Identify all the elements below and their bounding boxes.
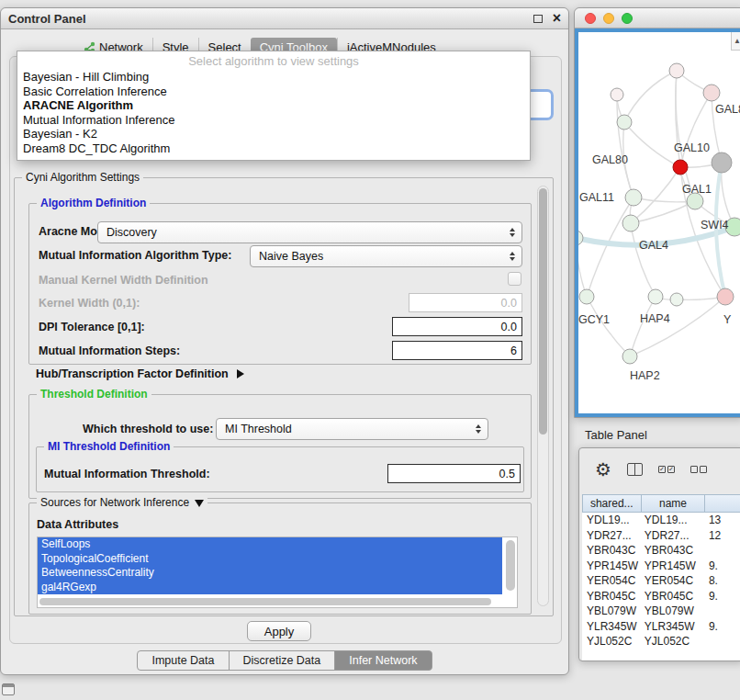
column-header-1[interactable]: shared... bbox=[582, 494, 642, 513]
network-node-gcy1[interactable] bbox=[579, 289, 594, 304]
tab-infer-network[interactable]: Infer Network bbox=[334, 650, 432, 671]
network-node-gal11[interactable] bbox=[625, 189, 642, 206]
network-edge[interactable] bbox=[631, 201, 695, 223]
network-node-hap4[interactable] bbox=[648, 289, 663, 304]
aracne-mode-value: Discovery bbox=[107, 226, 505, 239]
hub-definition-label: Hub/Transcription Factor Definition bbox=[36, 367, 229, 380]
sources-title[interactable]: Sources for Network Inference bbox=[37, 496, 207, 509]
expand-right-icon bbox=[237, 369, 244, 378]
table-cell: YJL052C bbox=[582, 635, 641, 648]
data-attributes-list[interactable]: SelfLoopsTopologicalCoefficientBetweenne… bbox=[37, 536, 518, 608]
which-threshold-select[interactable]: MI Threshold bbox=[216, 418, 488, 440]
table-cell: 9. bbox=[705, 620, 740, 633]
hub-definition-toggle[interactable]: Hub/Transcription Factor Definition bbox=[36, 367, 244, 380]
algorithm-option-dream8-dc-tdc-algorithm[interactable]: Dream8 DC_TDC Algorithm bbox=[17, 141, 530, 156]
algorithm-option-bayesian-hill-climbing[interactable]: Bayesian - Hill Climbing bbox=[17, 70, 530, 85]
network-node-label: GAL80 bbox=[592, 153, 628, 166]
close-window-button[interactable] bbox=[585, 13, 596, 24]
float-panel-icon[interactable] bbox=[533, 15, 543, 23]
table-row[interactable]: YBL079WYBL079W bbox=[582, 604, 740, 619]
apply-button[interactable]: Apply bbox=[247, 621, 311, 641]
aracne-mode-select[interactable]: Discovery bbox=[97, 221, 522, 243]
table-row[interactable]: YER054CYER054C8. bbox=[582, 573, 740, 589]
network-node-hap2[interactable] bbox=[622, 349, 637, 364]
network-canvas[interactable]: GAL8GAL80GAL10GAL11GAL1SWI4GAL4GCY1HAP4Y… bbox=[575, 28, 740, 417]
algorithm-option-bayesian-k2[interactable]: Bayesian - K2 bbox=[17, 127, 530, 141]
table-cell: 9. bbox=[705, 590, 740, 603]
mi-threshold-definition-group: MI Threshold Definition Mutual Informati… bbox=[36, 446, 524, 492]
algorithm-option-basic-correlation-inference[interactable]: Basic Correlation Inference bbox=[17, 85, 530, 99]
tab-impute-data[interactable]: Impute Data bbox=[137, 650, 229, 671]
attribute-item-gal4rgexp[interactable]: gal4RGexp bbox=[38, 581, 502, 595]
which-threshold-value: MI Threshold bbox=[225, 423, 471, 435]
network-node-label: HAP4 bbox=[640, 312, 670, 325]
table-cell: YDR27... bbox=[582, 529, 641, 542]
gear-icon[interactable]: ⚙ bbox=[595, 460, 611, 479]
manual-kernel-width-checkbox[interactable] bbox=[508, 272, 521, 286]
table-row[interactable]: YBR045CYBR045C9. bbox=[582, 589, 740, 604]
network-edge[interactable] bbox=[587, 297, 630, 356]
table-row[interactable]: YPR145WYPR145W9. bbox=[582, 559, 740, 574]
table-cell: YLR345W bbox=[641, 620, 705, 633]
network-node[interactable] bbox=[712, 152, 732, 173]
zoom-window-button[interactable] bbox=[622, 13, 633, 24]
network-node[interactable] bbox=[578, 231, 583, 245]
network-node-label: HAP2 bbox=[630, 369, 660, 382]
network-node-gal8[interactable] bbox=[703, 85, 720, 101]
algorithm-option-aracne-algorithm[interactable]: ARACNE Algorithm bbox=[17, 98, 530, 113]
deselect-all-checkboxes-icon[interactable] bbox=[690, 466, 707, 473]
column-header-2[interactable]: name bbox=[641, 494, 706, 513]
close-panel-icon[interactable]: × bbox=[553, 12, 561, 25]
network-node[interactable] bbox=[611, 88, 623, 101]
columns-icon[interactable] bbox=[627, 463, 643, 476]
table-row[interactable]: YDR27...YDR27...12 bbox=[582, 528, 740, 544]
network-edge[interactable] bbox=[630, 297, 656, 356]
algorithm-placeholder-option[interactable]: Select algorithm to view settings bbox=[17, 51, 530, 70]
table-row[interactable]: YLR345WYLR345W9. bbox=[582, 619, 740, 635]
table-cell: YBL079W bbox=[641, 604, 705, 617]
table-row[interactable]: YJL052CYJL052C bbox=[582, 634, 740, 649]
algorithm-definition-title: Algorithm Definition bbox=[37, 197, 150, 209]
network-node[interactable] bbox=[669, 63, 684, 78]
minimize-window-button[interactable] bbox=[603, 13, 614, 24]
settings-scrollbar[interactable] bbox=[537, 186, 549, 606]
mi-threshold-field[interactable]: 0.5 bbox=[387, 464, 521, 483]
kernel-width-label: Kernel Width (0,1): bbox=[39, 297, 140, 310]
network-node-y[interactable] bbox=[717, 288, 734, 305]
kernel-width-field[interactable]: 0.0 bbox=[409, 293, 522, 312]
network-edge[interactable] bbox=[631, 223, 656, 297]
control-panel-titlebar[interactable]: Control Panel × bbox=[1, 8, 568, 29]
network-edge[interactable] bbox=[676, 71, 695, 201]
network-node-gal80[interactable] bbox=[617, 115, 632, 130]
network-window-titlebar[interactable] bbox=[575, 8, 740, 28]
table-header-row: shared...name bbox=[582, 494, 740, 513]
algorithm-definition-group: Algorithm Definition Aracne Mode: Discov… bbox=[28, 203, 532, 365]
attributes-vscrollbar[interactable] bbox=[506, 540, 515, 591]
table-cell: 8. bbox=[705, 574, 740, 587]
network-edge[interactable] bbox=[624, 71, 677, 122]
select-all-checkboxes-icon[interactable]: ✓✓ bbox=[658, 466, 675, 473]
network-edge[interactable] bbox=[624, 122, 680, 167]
table-cell: YDL19... bbox=[582, 514, 641, 526]
tab-discretize-data[interactable]: Discretize Data bbox=[229, 650, 336, 671]
dpi-tolerance-field[interactable]: 0.0 bbox=[392, 317, 522, 336]
scroll-up-icon[interactable]: ▲ bbox=[731, 32, 740, 51]
network-node[interactable] bbox=[670, 293, 683, 306]
attribute-item-selfloops[interactable]: SelfLoops bbox=[38, 537, 502, 552]
table-cell: 9. bbox=[705, 559, 740, 572]
network-node-gal4[interactable] bbox=[622, 215, 639, 231]
settings-scrollbar-thumb[interactable] bbox=[539, 188, 547, 435]
attribute-item-topologicalcoefficient[interactable]: TopologicalCoefficient bbox=[38, 552, 502, 567]
mi-steps-field[interactable]: 6 bbox=[392, 341, 522, 360]
column-header-3[interactable] bbox=[704, 494, 740, 513]
table-row[interactable]: YDL19...YDL19...13 bbox=[582, 513, 740, 528]
network-edge[interactable] bbox=[680, 93, 712, 167]
table-row[interactable]: YBR043CYBR043C bbox=[582, 543, 740, 559]
mi-algorithm-type-select[interactable]: Naive Bayes bbox=[250, 245, 522, 267]
attribute-item-betweennesscentrality[interactable]: BetweennessCentrality bbox=[38, 566, 502, 581]
network-edge[interactable] bbox=[578, 238, 587, 297]
network-node-gal10[interactable] bbox=[673, 160, 688, 175]
restore-panel-icon[interactable] bbox=[2, 683, 15, 695]
algorithm-option-mutual-information-inference[interactable]: Mutual Information Inference bbox=[17, 113, 530, 128]
attributes-hscrollbar[interactable] bbox=[39, 598, 491, 605]
